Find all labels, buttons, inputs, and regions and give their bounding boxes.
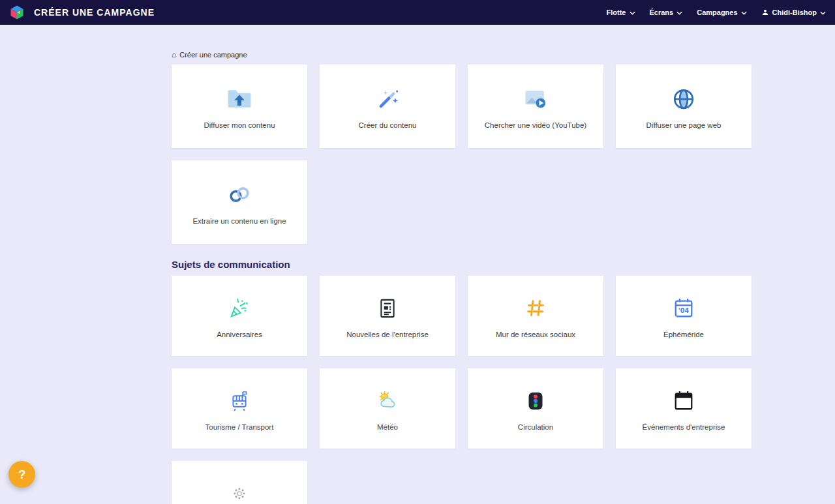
card-anniversaires[interactable]: Anniversaires: [172, 276, 307, 356]
card-evenements-entreprise[interactable]: Événements d'entreprise: [616, 368, 752, 449]
app-logo-icon: [9, 5, 25, 20]
card-nouvelles-entreprise[interactable]: Nouvelles de l'entreprise: [320, 276, 455, 356]
card-label: Circulation: [511, 423, 560, 432]
chevron-down-icon: [630, 11, 635, 15]
chevron-down-icon: [820, 11, 826, 15]
topic-card-grid: Anniversaires Nouvelles de l'entreprise: [172, 276, 752, 504]
card-label: Chercher une vidéo (YouTube): [478, 121, 593, 130]
card-extraire-un-contenu[interactable]: Extraire un contenu en ligne: [172, 160, 307, 244]
user-name: Chidi-Bishop: [772, 8, 817, 16]
card-partial[interactable]: [172, 461, 307, 504]
nav-item-ecrans-label: Écrans: [650, 8, 674, 16]
card-label: Extraire un contenu en ligne: [186, 217, 292, 226]
card-diffuser-une-page-web[interactable]: Diffuser une page web: [616, 65, 752, 148]
traffic-light-icon: [522, 385, 549, 417]
card-chercher-une-video[interactable]: Chercher une vidéo (YouTube): [468, 65, 603, 148]
card-meteo[interactable]: Météo: [320, 368, 455, 449]
card-tourisme-transport[interactable]: Tourisme / Transport: [172, 368, 307, 449]
card-ephemeride[interactable]: '04 Éphéméride: [616, 276, 752, 356]
card-label: Événements d'entreprise: [636, 423, 732, 432]
card-label: Diffuser mon contenu: [197, 121, 281, 130]
nav-item-flotte[interactable]: Flotte: [607, 8, 635, 16]
folder-upload-icon: [225, 83, 254, 115]
video-search-icon: [521, 83, 550, 115]
card-label: Mur de réseaux sociaux: [489, 331, 582, 339]
nav-item-ecrans[interactable]: Écrans: [650, 8, 683, 16]
calendar-date-icon: '04: [670, 293, 697, 324]
breadcrumb: ⌂ Créer une campagne: [172, 51, 752, 59]
help-button[interactable]: ?: [8, 461, 35, 488]
card-label: Anniversaires: [210, 331, 269, 339]
calendar-date-text: '04: [678, 307, 690, 314]
nav-item-campagnes-label: Campagnes: [697, 8, 737, 16]
globe-icon: [669, 83, 698, 115]
breadcrumb-label: Créer une campagne: [179, 51, 247, 59]
card-label: Éphéméride: [657, 331, 710, 339]
card-label: Nouvelles de l'entreprise: [340, 331, 435, 339]
nav-item-campagnes[interactable]: Campagnes: [697, 8, 746, 16]
chevron-down-icon: [741, 11, 747, 15]
card-label: Météo: [371, 423, 404, 432]
home-icon: ⌂: [172, 51, 176, 59]
navbar-menu: Flotte Écrans Campagnes Chidi-Bishop: [607, 8, 826, 16]
top-navbar: CRÉER UNE CAMPAGNE Flotte Écrans Campagn…: [0, 0, 835, 25]
nav-item-flotte-label: Flotte: [607, 8, 626, 16]
calendar-icon: [670, 385, 697, 417]
link-icon: [225, 179, 254, 211]
page-title: CRÉER UNE CAMPAGNE: [34, 7, 155, 18]
card-label: Créer du contenu: [352, 121, 423, 130]
user-menu[interactable]: Chidi-Bishop: [761, 8, 826, 16]
section-title-sujets: Sujets de communication: [172, 259, 752, 270]
transport-icon: [226, 385, 253, 417]
magic-wand-icon: [373, 83, 402, 115]
card-circulation[interactable]: Circulation: [468, 368, 603, 449]
main-content: ⌂ Créer une campagne Diffuser mon conten…: [172, 25, 752, 504]
card-creer-du-contenu[interactable]: Créer du contenu: [320, 65, 455, 148]
card-label: Diffuser une page web: [640, 121, 728, 130]
weather-icon: [374, 385, 401, 417]
user-icon: [761, 8, 769, 16]
hashtag-icon: [522, 293, 549, 324]
card-mur-reseaux-sociaux[interactable]: Mur de réseaux sociaux: [468, 276, 603, 356]
action-card-grid: Diffuser mon contenu Créer du contenu: [172, 65, 752, 244]
newspaper-icon: [374, 293, 401, 324]
card-label: Tourisme / Transport: [199, 423, 281, 432]
card-diffuser-mon-contenu[interactable]: Diffuser mon contenu: [172, 65, 307, 148]
party-popper-icon: [226, 293, 253, 324]
chevron-down-icon: [676, 11, 682, 15]
gear-icon: [228, 478, 250, 504]
